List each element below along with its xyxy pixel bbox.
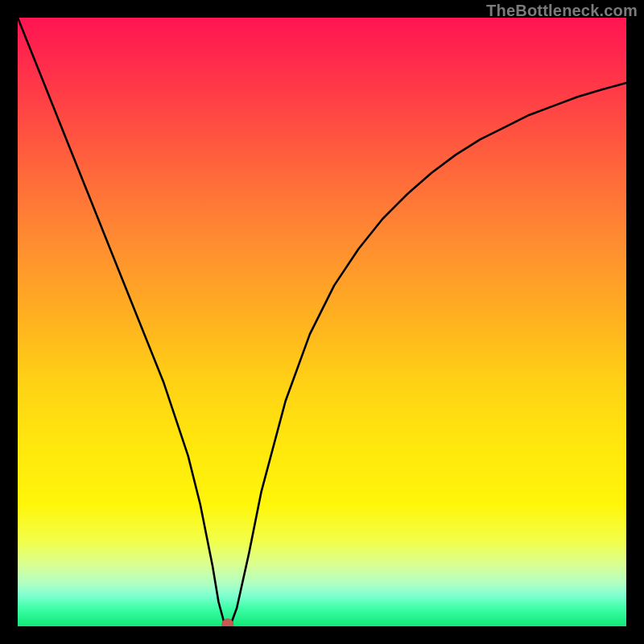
minimum-marker: [222, 619, 233, 626]
bottleneck-curve: [18, 18, 626, 625]
chart-frame: TheBottleneck.com: [0, 0, 644, 644]
plot-area: [18, 18, 626, 626]
chart-svg: [18, 18, 626, 626]
